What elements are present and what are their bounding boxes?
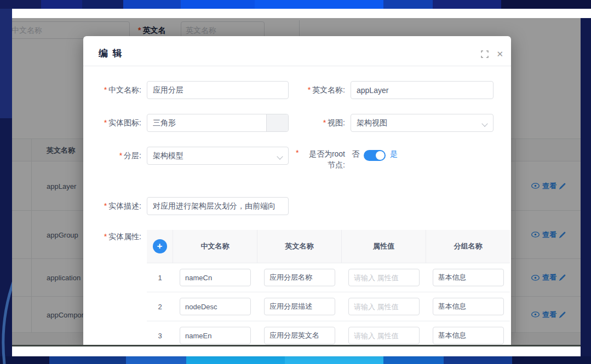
row-index: 3: [158, 332, 162, 340]
decor-band-top: [0, 0, 591, 9]
dialog-title: 编 辑: [99, 47, 123, 60]
required-asterisk: *: [104, 85, 107, 94]
entity-desc-input[interactable]: [153, 198, 283, 215]
attribute-row: 1: [147, 263, 510, 292]
is-root-label: 是否为root节点:: [302, 148, 345, 170]
desktop-background: *英文名 英文名称 appLayer 查看 appGroup: [0, 0, 591, 364]
entity-icon-input[interactable]: [153, 115, 265, 132]
window-footer: [12, 346, 581, 356]
attr-name-cn-input[interactable]: [180, 269, 251, 286]
attr-group-input[interactable]: [433, 298, 504, 315]
attr-value-input[interactable]: [348, 327, 420, 344]
attr-name-cn-input[interactable]: [180, 327, 251, 344]
decor-left-accent: [0, 9, 12, 118]
attr-name-en-input[interactable]: [264, 269, 335, 286]
required-asterisk: *: [308, 85, 311, 94]
window-chrome: [12, 9, 581, 18]
attr-name-en-input[interactable]: [264, 298, 335, 315]
attribute-table-header: + 中文名称 英文名称 属性值 分组名称: [147, 230, 510, 263]
attribute-row: 2: [147, 292, 510, 321]
toggle-off-label: 否: [352, 149, 359, 159]
name-cn-input[interactable]: [153, 82, 283, 99]
entity-icon-label: *实体图标:: [83, 114, 141, 132]
name-en-field[interactable]: [351, 81, 494, 99]
name-cn-field[interactable]: [147, 81, 289, 99]
entity-desc-label: *实体描述:: [83, 197, 141, 215]
layer-select-value: 架构模型: [153, 151, 183, 160]
window-chrome-extension: [581, 9, 591, 18]
entity-attrs-label: *实体属性:: [83, 231, 141, 242]
app-window: *英文名 英文名称 appLayer 查看 appGroup: [12, 9, 581, 356]
attr-header-name-cn: 中文名称: [173, 230, 257, 263]
row-index: 1: [158, 274, 162, 282]
required-asterisk: *: [119, 151, 122, 160]
required-asterisk: *: [104, 232, 107, 241]
chevron-down-icon: [277, 153, 283, 159]
attr-value-input[interactable]: [348, 269, 420, 286]
name-en-input[interactable]: [357, 82, 487, 99]
attr-name-en-input[interactable]: [264, 327, 335, 344]
fullscreen-icon[interactable]: [481, 50, 489, 58]
entity-icon-field[interactable]: [147, 114, 289, 132]
attribute-row: 3: [147, 321, 510, 345]
required-asterisk: *: [296, 148, 299, 157]
view-select[interactable]: 架构视图: [351, 114, 494, 132]
attr-value-input[interactable]: [348, 298, 420, 315]
decor-band-bottom: [0, 356, 591, 364]
chevron-down-icon: [481, 120, 487, 126]
title-divider: [83, 66, 511, 66]
attr-header-group: 分组名称: [426, 230, 510, 263]
close-icon[interactable]: ✕: [496, 49, 503, 59]
required-asterisk: *: [104, 118, 107, 127]
attr-header-name-en: 英文名称: [257, 230, 342, 263]
required-asterisk: *: [104, 201, 107, 210]
is-root-toggle[interactable]: [364, 150, 386, 161]
name-cn-label: *中文名称:: [83, 81, 141, 99]
attr-group-input[interactable]: [433, 327, 504, 344]
attribute-table: + 中文名称 英文名称 属性值 分组名称 1 2: [147, 230, 510, 345]
attr-group-input[interactable]: [433, 269, 504, 286]
attr-name-cn-input[interactable]: [180, 298, 251, 315]
required-asterisk: *: [323, 118, 326, 127]
row-index: 2: [158, 303, 162, 311]
add-attribute-button[interactable]: +: [153, 239, 167, 253]
toggle-knob: [376, 151, 385, 160]
edit-dialog: 编 辑 ✕ *中文名称: *英文名称:: [83, 36, 511, 345]
view-label: *视图:: [280, 114, 345, 132]
name-en-label: *英文名称:: [280, 81, 345, 99]
toggle-on-label: 是: [390, 149, 398, 159]
layer-select[interactable]: 架构模型: [147, 147, 289, 165]
layer-label: *分层:: [83, 147, 141, 165]
entity-desc-field[interactable]: [147, 197, 289, 215]
attr-header-value: 属性值: [342, 230, 426, 263]
view-select-value: 架构视图: [357, 118, 387, 127]
